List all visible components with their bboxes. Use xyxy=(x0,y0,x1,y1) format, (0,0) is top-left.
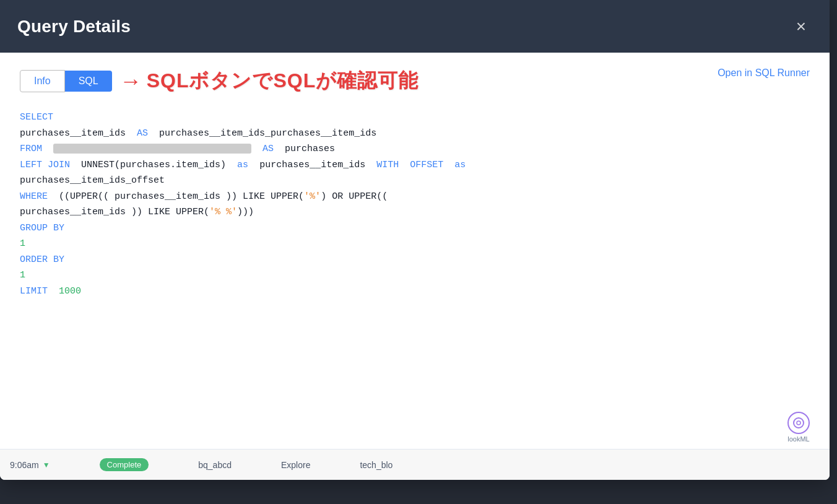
sql-or-cond: ) OR UPPER(( xyxy=(321,191,388,202)
status-bar: 9:06am ▼ Complete bq_abcd Explore tech_b… xyxy=(0,449,830,480)
sql-where-cond-1: ((UPPER(( purchases__item_ids )) LIKE UP… xyxy=(59,191,304,202)
tab-info[interactable]: Info xyxy=(20,70,65,92)
sql-group-num: 1 xyxy=(20,238,25,249)
sql-order-num: 1 xyxy=(20,270,25,280)
sql-line-10: ORDER BY xyxy=(20,252,810,268)
redacted-table xyxy=(53,144,251,154)
keyword-as-3: as xyxy=(237,160,248,170)
keyword-order-by: ORDER BY xyxy=(20,254,64,265)
status-time-value: 9:06am xyxy=(10,460,39,470)
keyword-with: WITH xyxy=(376,160,399,170)
sql-limit-num: 1000 xyxy=(59,286,81,297)
close-button[interactable]: × xyxy=(790,15,812,38)
sql-line-2: purchases__item_ids AS purchases__item_i… xyxy=(20,126,810,142)
lookml-circle-icon xyxy=(787,412,810,434)
sql-line-8: GROUP BY xyxy=(20,220,810,237)
sql-offset-alias: purchases__item_ids_offset xyxy=(20,175,165,186)
sql-line-7: purchases__item_ids )) LIKE UPPER('% %')… xyxy=(20,204,810,220)
sql-line-4: LEFT JOIN UNNEST(purchases.item_ids) as … xyxy=(20,157,810,173)
keyword-offset: OFFSET xyxy=(410,160,443,170)
sql-alias-2: purchases xyxy=(285,144,335,154)
status-db: bq_abcd xyxy=(198,460,232,470)
sql-line-12: LIMIT 1000 xyxy=(20,284,810,300)
sql-str-2: '% %' xyxy=(209,207,237,217)
keyword-from: FROM xyxy=(20,144,42,154)
svg-point-0 xyxy=(794,418,804,428)
status-action: Explore xyxy=(281,460,310,470)
sql-line-5: purchases__item_ids_offset xyxy=(20,173,810,189)
keyword-group-by: GROUP BY xyxy=(20,223,64,233)
keyword-left-join: LEFT JOIN xyxy=(20,160,70,170)
keyword-limit: LIMIT xyxy=(20,286,48,297)
status-time: 9:06am ▼ xyxy=(10,460,50,470)
open-sql-runner-link[interactable]: Open in SQL Runner xyxy=(718,67,810,79)
keyword-as-2: AS xyxy=(262,144,274,154)
sql-line-11: 1 xyxy=(20,267,810,284)
sql-close-paren: ))) xyxy=(237,207,254,217)
tab-row: Info SQL ← SQLボタンでSQLが確認可能 xyxy=(20,67,810,95)
status-project: tech_blo xyxy=(360,460,392,470)
sql-str-1: '%' xyxy=(304,191,321,202)
keyword-as-4: as xyxy=(454,160,466,170)
modal-title: Query Details xyxy=(17,17,131,37)
sql-line-1: SELECT xyxy=(20,110,810,126)
tab-sql[interactable]: SQL xyxy=(65,71,112,92)
lookml-label: lookML xyxy=(787,435,809,443)
svg-point-1 xyxy=(797,421,800,425)
sql-where-cond-2: purchases__item_ids )) LIKE UPPER( xyxy=(20,207,209,217)
keyword-where: WHERE xyxy=(20,191,48,202)
sql-line-3: FROM AS purchases xyxy=(20,141,810,157)
sql-alias-1: purchases__item_ids_purchases__item_ids xyxy=(159,128,376,139)
query-details-modal: Query Details × Open in SQL Runner Info … xyxy=(0,0,830,480)
sql-alias-3: purchases__item_ids xyxy=(259,160,365,170)
sql-line-9: 1 xyxy=(20,236,810,252)
sql-annotation: ← SQLボタンでSQLが確認可能 xyxy=(119,67,419,95)
sql-column: purchases__item_ids xyxy=(20,128,126,139)
arrow-icon: ← xyxy=(119,68,142,94)
keyword-as-1: AS xyxy=(137,128,148,139)
annotation-text: SQLボタンでSQLが確認可能 xyxy=(147,67,419,95)
status-complete-badge: Complete xyxy=(100,458,149,471)
sql-line-6: WHERE ((UPPER(( purchases__item_ids )) L… xyxy=(20,189,810,205)
sql-unnest: UNNEST(purchases.item_ids) xyxy=(81,160,226,170)
lookml-logo: lookML xyxy=(787,412,810,443)
keyword-select: SELECT xyxy=(20,112,53,123)
modal-body: Open in SQL Runner Info SQL ← SQLボタンでSQL… xyxy=(0,53,830,480)
modal-header: Query Details × xyxy=(0,0,830,53)
status-chevron-icon: ▼ xyxy=(43,461,50,469)
sql-code-block: SELECT purchases__item_ids AS purchases_… xyxy=(20,110,810,299)
